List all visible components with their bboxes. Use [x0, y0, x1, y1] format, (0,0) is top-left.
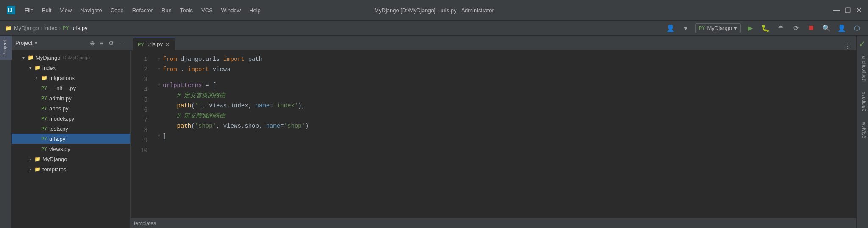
tree-item-urls[interactable]: › PY urls.py	[12, 134, 130, 144]
project-dropdown[interactable]: ▾	[35, 40, 37, 46]
line-num-5: 5	[131, 95, 147, 105]
tree-collapse-icon[interactable]: ≡	[98, 39, 105, 47]
code-line-8: ▽ path ( 'shop' , views.shop, name = 'sh…	[153, 121, 856, 131]
tab-file-icon: PY	[138, 42, 144, 47]
tree-item-templates[interactable]: › 📁 templates	[12, 164, 130, 174]
right-panel-database[interactable]: Database	[857, 87, 868, 117]
status-bar: templates	[131, 218, 856, 228]
line-num-2: 2	[131, 64, 147, 74]
menu-view[interactable]: View	[56, 5, 75, 15]
search-button[interactable]: 🔍	[821, 22, 832, 34]
tree-item-apps[interactable]: › PY apps.py	[12, 103, 130, 113]
tree-arrow-migrations: ›	[34, 75, 40, 81]
maximize-button[interactable]: ❐	[843, 6, 852, 14]
run-button[interactable]: ▶	[744, 22, 756, 34]
title-bar: IJ File Edit View Navigate Code Refactor…	[0, 0, 868, 20]
line-num-3: 3	[131, 74, 147, 85]
menu-tools[interactable]: Tools	[177, 5, 196, 15]
code-content[interactable]: ▽ from django.urls import path ▽ from . …	[153, 51, 856, 218]
tree-item-tests[interactable]: › PY tests.py	[12, 124, 130, 134]
debug-button[interactable]: 🐛	[760, 22, 771, 34]
breadcrumb-project[interactable]: 📁 MyDjango	[5, 25, 39, 31]
tree-arrow-templates: ›	[27, 166, 33, 172]
tab-more-button[interactable]: ⋮	[841, 42, 854, 50]
code-line-3: ▽	[153, 74, 856, 80]
menu-file[interactable]: File	[21, 5, 37, 15]
right-panel: ✓ Notifications Database SciView	[856, 36, 868, 228]
tree-item-index[interactable]: ▾ 📁 index	[12, 63, 130, 73]
tree-minimize-icon[interactable]: —	[117, 39, 127, 47]
tab-urls-py[interactable]: PY urls.py ✕	[132, 38, 175, 50]
folder-templates-icon: 📁	[34, 166, 41, 173]
minimize-button[interactable]: —	[832, 6, 841, 14]
fold-icon-2[interactable]: ▽	[156, 66, 162, 72]
line-num-4: 4	[131, 85, 147, 95]
right-panel-notifications[interactable]: Notifications	[857, 51, 868, 87]
tree-item-init[interactable]: › PY __init__.py	[12, 83, 130, 93]
tree-templates-label: templates	[42, 166, 66, 173]
tree-index-label: index	[42, 65, 56, 71]
tree-views-label: views.py	[49, 146, 70, 152]
code-line-5: ▽ # 定义首页的路由	[153, 91, 856, 101]
line-num-6: 6	[131, 105, 147, 115]
breadcrumb-file[interactable]: PY urls.py	[62, 25, 87, 31]
run-config-button[interactable]: PY MyDjango ▾	[695, 23, 741, 33]
tree-item-migrations[interactable]: › 📁 migrations	[12, 73, 130, 83]
project-title: Project	[15, 40, 32, 46]
plugin-icon[interactable]: ⬡	[851, 22, 863, 34]
tree-item-admin[interactable]: › PY admin.py	[12, 93, 130, 103]
tree-toolbar: ⊕ ≡ ⚙ —	[88, 39, 127, 47]
fold-icon-9[interactable]: ▽	[156, 133, 162, 139]
menu-window[interactable]: Window	[218, 5, 244, 15]
stop-button[interactable]: ⏹	[805, 22, 817, 34]
file-tree-header: Project ▾ ⊕ ≡ ⚙ —	[12, 36, 130, 51]
fold-icon-4[interactable]: ▽	[156, 82, 162, 88]
folder-migrations-icon: 📁	[41, 74, 47, 81]
tree-item-models[interactable]: › PY models.py	[12, 113, 130, 124]
close-button[interactable]: ✕	[854, 6, 863, 14]
file-views-icon: PY	[41, 146, 47, 152]
status-text: templates	[134, 220, 156, 226]
project-tab-label[interactable]: Project	[0, 36, 12, 60]
tab-close-button[interactable]: ✕	[165, 41, 170, 47]
tree-arrow-mydjango2: ›	[27, 156, 33, 162]
menu-help[interactable]: Help	[246, 5, 264, 15]
profile-button[interactable]: ⟳	[790, 22, 802, 34]
menu-run[interactable]: Run	[158, 5, 175, 15]
user-avatar[interactable]: 👤	[836, 22, 848, 34]
run-config-dropdown-icon: ▾	[734, 25, 737, 31]
code-line-1: ▽ from django.urls import path	[153, 54, 856, 64]
coverage-button[interactable]: ☂	[775, 22, 787, 34]
tree-item-mydjango-root[interactable]: ▾ 📁 MyDjango D:\MyDjango	[12, 52, 130, 63]
tab-bar: PY urls.py ✕ ⋮	[131, 36, 856, 51]
code-line-7: ▽ # 定义商城的路由	[153, 111, 856, 121]
fold-icon-1[interactable]: ▽	[156, 56, 162, 62]
folder-index-icon: 📁	[34, 64, 41, 71]
toolbar-right: 👤 ▾ PY MyDjango ▾ ▶ 🐛 ☂ ⟳ ⏹ 🔍 👤 ⬡	[665, 22, 863, 34]
tree-mydjango2-label: MyDjango	[42, 156, 67, 162]
right-panel-sciview[interactable]: SciView	[857, 117, 868, 143]
menu-navigate[interactable]: Navigate	[77, 5, 105, 15]
tree-item-mydjango2[interactable]: › 📁 MyDjango	[12, 154, 130, 164]
tree-arrow-index: ▾	[27, 65, 33, 71]
svg-text:IJ: IJ	[8, 8, 12, 14]
side-panel-tab: Project	[0, 36, 12, 228]
code-line-2: ▽ from . import views	[153, 64, 856, 74]
tree-models-label: models.py	[49, 115, 74, 122]
breadcrumb-index[interactable]: index	[44, 25, 57, 31]
tree-new-icon[interactable]: ⊕	[88, 39, 97, 47]
window-title: MyDjango [D:\MyDjango] - urls.py - Admin…	[374, 7, 494, 14]
menu-refactor[interactable]: Refactor	[129, 5, 156, 15]
tree-item-views[interactable]: › PY views.py	[12, 144, 130, 154]
tree-tests-label: tests.py	[49, 126, 68, 132]
menu-edit[interactable]: Edit	[39, 5, 55, 15]
git-user-icon[interactable]: 👤	[665, 22, 676, 34]
tree-settings-icon[interactable]: ⚙	[107, 39, 116, 47]
check-icon[interactable]: ✓	[859, 36, 866, 51]
git-user-dropdown[interactable]: ▾	[680, 22, 692, 34]
line-numbers: 1 2 3 4 5 6 7 8 9 10	[131, 51, 153, 218]
breadcrumb-bar: 📁 MyDjango › index › PY urls.py 👤 ▾ PY M…	[0, 20, 868, 36]
menu-vcs[interactable]: VCS	[198, 5, 216, 15]
tree-mydjango-path: D:\MyDjango	[63, 55, 90, 60]
menu-code[interactable]: Code	[107, 5, 127, 15]
